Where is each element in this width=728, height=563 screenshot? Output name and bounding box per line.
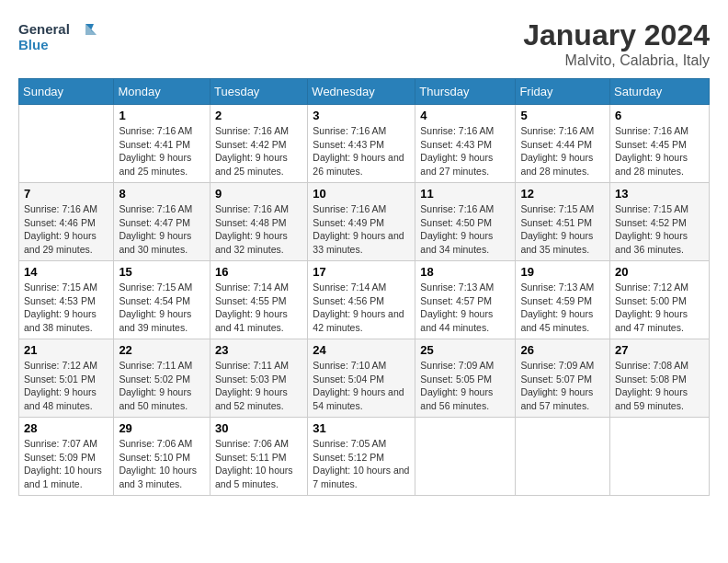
sunset-text: Sunset: 4:48 PM [215, 217, 287, 228]
sunset-text: Sunset: 5:04 PM [313, 373, 384, 385]
calendar-week-row: 21 Sunrise: 7:12 AM Sunset: 5:01 PM Dayl… [19, 339, 710, 418]
day-info: Sunrise: 7:16 AM Sunset: 4:42 PM Dayligh… [215, 124, 302, 178]
calendar-week-row: 1 Sunrise: 7:16 AM Sunset: 4:41 PM Dayli… [19, 105, 710, 183]
sunset-text: Sunset: 5:10 PM [119, 452, 190, 463]
sunrise-text: Sunrise: 7:16 AM [215, 203, 289, 214]
daylight-text: Daylight: 9 hours and 26 minutes. [313, 152, 404, 177]
month-year-title: January 2024 [523, 18, 710, 52]
calendar-cell: 21 Sunrise: 7:12 AM Sunset: 5:01 PM Dayl… [19, 339, 114, 418]
sunset-text: Sunset: 4:52 PM [615, 217, 687, 228]
day-info: Sunrise: 7:09 AM Sunset: 5:05 PM Dayligh… [420, 359, 510, 413]
day-header-tuesday: Tuesday [210, 79, 307, 105]
day-number: 26 [520, 343, 605, 357]
day-number: 1 [119, 109, 205, 122]
day-info: Sunrise: 7:11 AM Sunset: 5:03 PM Dayligh… [215, 359, 302, 413]
day-info: Sunrise: 7:12 AM Sunset: 5:01 PM Dayligh… [24, 359, 108, 413]
day-info: Sunrise: 7:16 AM Sunset: 4:48 PM Dayligh… [215, 202, 302, 257]
sunrise-text: Sunrise: 7:16 AM [313, 125, 386, 136]
calendar-cell: 13 Sunrise: 7:15 AM Sunset: 4:52 PM Dayl… [610, 183, 710, 261]
day-number: 23 [215, 343, 302, 357]
title-block: January 2024 Malvito, Calabria, Italy [523, 18, 710, 69]
sunset-text: Sunset: 4:41 PM [119, 139, 190, 150]
sunrise-text: Sunrise: 7:07 AM [24, 438, 97, 449]
sunset-text: Sunset: 4:54 PM [119, 295, 190, 306]
calendar-cell: 18 Sunrise: 7:13 AM Sunset: 4:57 PM Dayl… [415, 261, 516, 339]
calendar-cell: 15 Sunrise: 7:15 AM Sunset: 4:54 PM Dayl… [114, 261, 210, 339]
sunrise-text: Sunrise: 7:15 AM [24, 282, 97, 293]
day-info: Sunrise: 7:16 AM Sunset: 4:47 PM Dayligh… [119, 202, 205, 257]
day-info: Sunrise: 7:14 AM Sunset: 4:55 PM Dayligh… [215, 281, 302, 335]
calendar-week-row: 28 Sunrise: 7:07 AM Sunset: 5:09 PM Dayl… [19, 418, 710, 496]
logo-svg: General Blue [18, 18, 101, 55]
day-info: Sunrise: 7:16 AM Sunset: 4:43 PM Dayligh… [313, 124, 410, 178]
day-info: Sunrise: 7:14 AM Sunset: 4:56 PM Dayligh… [313, 281, 410, 335]
calendar-cell: 31 Sunrise: 7:05 AM Sunset: 5:12 PM Dayl… [308, 418, 415, 496]
daylight-text: Daylight: 9 hours and 28 minutes. [520, 152, 593, 177]
daylight-text: Daylight: 9 hours and 56 minutes. [420, 386, 493, 411]
day-header-sunday: Sunday [19, 79, 114, 105]
sunset-text: Sunset: 4:46 PM [24, 217, 96, 228]
daylight-text: Daylight: 9 hours and 33 minutes. [313, 230, 404, 255]
svg-text:General: General [18, 21, 70, 37]
day-number: 5 [520, 109, 605, 122]
daylight-text: Daylight: 9 hours and 29 minutes. [24, 230, 97, 255]
day-info: Sunrise: 7:08 AM Sunset: 5:08 PM Dayligh… [615, 359, 704, 413]
sunrise-text: Sunrise: 7:16 AM [420, 203, 494, 214]
calendar-cell: 23 Sunrise: 7:11 AM Sunset: 5:03 PM Dayl… [210, 339, 307, 418]
day-number: 3 [313, 109, 410, 122]
day-info: Sunrise: 7:16 AM Sunset: 4:46 PM Dayligh… [24, 202, 108, 257]
calendar-cell: 3 Sunrise: 7:16 AM Sunset: 4:43 PM Dayli… [308, 105, 415, 183]
sunset-text: Sunset: 5:01 PM [24, 373, 96, 385]
sunset-text: Sunset: 5:12 PM [313, 452, 384, 463]
calendar-cell [610, 418, 710, 496]
day-number: 22 [119, 343, 205, 357]
sunset-text: Sunset: 4:50 PM [420, 217, 492, 228]
daylight-text: Daylight: 9 hours and 54 minutes. [313, 386, 404, 411]
day-number: 8 [119, 187, 205, 201]
daylight-text: Daylight: 9 hours and 32 minutes. [215, 230, 288, 255]
sunset-text: Sunset: 5:00 PM [615, 295, 687, 306]
calendar-cell: 24 Sunrise: 7:10 AM Sunset: 5:04 PM Dayl… [308, 339, 415, 418]
day-number: 16 [215, 265, 302, 279]
day-number: 10 [313, 187, 410, 201]
day-info: Sunrise: 7:06 AM Sunset: 5:10 PM Dayligh… [119, 437, 205, 491]
daylight-text: Daylight: 9 hours and 28 minutes. [615, 152, 688, 177]
daylight-text: Daylight: 9 hours and 52 minutes. [215, 386, 288, 411]
day-number: 29 [119, 421, 205, 435]
sunset-text: Sunset: 4:56 PM [313, 295, 384, 306]
day-info: Sunrise: 7:16 AM Sunset: 4:45 PM Dayligh… [615, 124, 704, 178]
calendar-cell: 5 Sunrise: 7:16 AM Sunset: 4:44 PM Dayli… [516, 105, 610, 183]
sunset-text: Sunset: 4:44 PM [520, 139, 592, 150]
sunrise-text: Sunrise: 7:16 AM [420, 125, 494, 136]
day-number: 27 [615, 343, 704, 357]
calendar-cell: 16 Sunrise: 7:14 AM Sunset: 4:55 PM Dayl… [210, 261, 307, 339]
daylight-text: Daylight: 9 hours and 38 minutes. [24, 308, 97, 333]
calendar-week-row: 7 Sunrise: 7:16 AM Sunset: 4:46 PM Dayli… [19, 183, 710, 261]
day-info: Sunrise: 7:10 AM Sunset: 5:04 PM Dayligh… [313, 359, 410, 413]
sunrise-text: Sunrise: 7:15 AM [615, 203, 688, 214]
daylight-text: Daylight: 10 hours and 1 minute. [24, 465, 102, 489]
day-info: Sunrise: 7:06 AM Sunset: 5:11 PM Dayligh… [215, 437, 302, 491]
daylight-text: Daylight: 9 hours and 35 minutes. [520, 230, 593, 255]
daylight-text: Daylight: 9 hours and 47 minutes. [615, 308, 688, 333]
day-info: Sunrise: 7:13 AM Sunset: 4:57 PM Dayligh… [420, 281, 510, 335]
daylight-text: Daylight: 9 hours and 39 minutes. [119, 308, 191, 333]
sunrise-text: Sunrise: 7:09 AM [520, 360, 594, 371]
day-number: 19 [520, 265, 605, 279]
calendar-cell: 8 Sunrise: 7:16 AM Sunset: 4:47 PM Dayli… [114, 183, 210, 261]
sunrise-text: Sunrise: 7:10 AM [313, 360, 386, 371]
sunrise-text: Sunrise: 7:16 AM [24, 203, 97, 214]
day-info: Sunrise: 7:15 AM Sunset: 4:52 PM Dayligh… [615, 202, 704, 257]
calendar-cell: 22 Sunrise: 7:11 AM Sunset: 5:02 PM Dayl… [114, 339, 210, 418]
sunrise-text: Sunrise: 7:08 AM [615, 360, 688, 371]
sunrise-text: Sunrise: 7:16 AM [215, 125, 289, 136]
daylight-text: Daylight: 9 hours and 57 minutes. [520, 386, 593, 411]
calendar-cell: 19 Sunrise: 7:13 AM Sunset: 4:59 PM Dayl… [516, 261, 610, 339]
day-header-saturday: Saturday [610, 79, 710, 105]
calendar-cell: 11 Sunrise: 7:16 AM Sunset: 4:50 PM Dayl… [415, 183, 516, 261]
calendar-cell [415, 418, 516, 496]
sunset-text: Sunset: 5:09 PM [24, 452, 96, 463]
sunrise-text: Sunrise: 7:13 AM [420, 282, 494, 293]
calendar-cell: 28 Sunrise: 7:07 AM Sunset: 5:09 PM Dayl… [19, 418, 114, 496]
day-number: 21 [24, 343, 108, 357]
